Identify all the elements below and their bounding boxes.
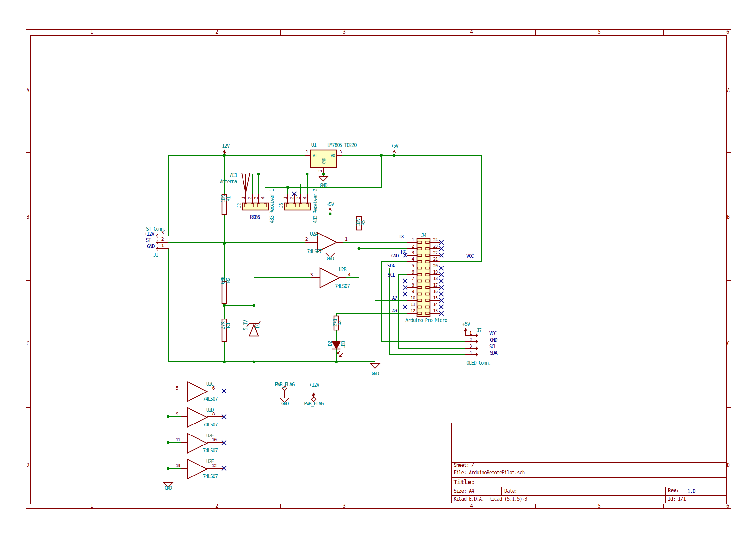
field-label-74ls07[interactable]: 74LS07 xyxy=(307,249,321,254)
field-label-433receiver2[interactable]: 433 Receiver 2 xyxy=(313,189,318,223)
component-body-J4[interactable] xyxy=(417,239,430,317)
field-label-gnd[interactable]: GND xyxy=(371,371,379,376)
field-label-+12v[interactable]: +12V xyxy=(309,383,319,388)
field-label-j7[interactable]: J7 xyxy=(476,328,481,333)
junction-dot xyxy=(329,213,332,216)
field-label-ae1[interactable]: AE1 xyxy=(230,173,237,178)
titleblock-app-version: KiCad E.D.A. kicad (5.1.5)-3 xyxy=(454,497,527,502)
field-label-gnd[interactable]: GND xyxy=(165,486,172,491)
field-label-+12v[interactable]: +12V xyxy=(220,144,229,149)
field-label-pwrflag[interactable]: PWR_FLAG xyxy=(275,383,294,387)
pin-number-j4-left: 9 xyxy=(412,289,414,294)
field-label-433receiver1[interactable]: 433 Receiver 1 xyxy=(270,189,275,223)
field-label-vi[interactable]: VI xyxy=(313,153,317,158)
field-label-10k[interactable]: 10K xyxy=(356,219,361,227)
sheet-border-line xyxy=(153,29,153,35)
field-label-d1[interactable]: D1 xyxy=(256,323,260,328)
net-label-vcc[interactable]: VCC xyxy=(489,331,497,336)
field-label-68k[interactable]: 68K xyxy=(221,277,226,284)
field-label-+5v[interactable]: +5V xyxy=(462,322,470,327)
pin-number-3: 3 xyxy=(254,197,258,199)
field-label-74ls07[interactable]: 74LS07 xyxy=(203,448,217,453)
net-label-scl[interactable]: SCL xyxy=(489,344,497,349)
field-label-+5v[interactable]: +5V xyxy=(327,202,334,207)
net-label-gnd[interactable]: GND xyxy=(490,338,497,343)
net-label-tx[interactable]: TX xyxy=(398,235,403,240)
field-label-51v[interactable]: 5.1V xyxy=(243,320,248,330)
field-label-r4[interactable]: R4 xyxy=(338,320,343,325)
field-label-74ls07[interactable]: 74LS07 xyxy=(203,422,217,427)
led-diode-D2[interactable] xyxy=(333,342,340,349)
net-label-rx[interactable]: RX xyxy=(401,250,405,255)
field-label-arduinopromicro[interactable]: Arduino Pro Micro xyxy=(405,318,447,323)
field-label-u1[interactable]: U1 xyxy=(311,143,316,148)
field-label-gnd[interactable]: GND xyxy=(281,401,289,406)
sheet-border-line xyxy=(26,407,30,408)
field-label-270[interactable]: 270 xyxy=(333,319,338,327)
pin-number-j4-left: 11 xyxy=(410,302,415,307)
field-label-j1[interactable]: J1 xyxy=(153,253,158,258)
pin-number-j4-right: 17 xyxy=(433,283,438,287)
field-label-u2b[interactable]: U2B xyxy=(339,267,346,272)
field-label-r1[interactable]: R1 xyxy=(226,196,231,201)
net-label-gnd[interactable]: GND xyxy=(147,244,154,249)
gnd-symbol[interactable] xyxy=(370,364,380,368)
sheet-row-label: A xyxy=(727,88,729,93)
net-label-+12v[interactable]: +12V xyxy=(144,232,154,237)
net-label-sda[interactable]: SDA xyxy=(387,264,395,268)
sheet-border-line xyxy=(726,280,731,281)
field-label-gnd[interactable]: GND xyxy=(320,184,327,188)
field-label-j2[interactable]: J2 xyxy=(237,203,242,208)
field-label-gnd[interactable]: GND xyxy=(322,158,326,165)
pin-number-j4-left: 12 xyxy=(410,309,415,313)
field-label-10k[interactable]: 10K xyxy=(221,195,226,203)
field-label-antenna[interactable]: Antenna xyxy=(220,179,237,184)
field-label-u2a[interactable]: U2A xyxy=(310,232,317,237)
sheet-border-line xyxy=(26,280,30,281)
field-label-gnd[interactable]: GND xyxy=(327,257,334,261)
sheet-column-label: 4 xyxy=(470,29,473,35)
component-body-J2[interactable] xyxy=(243,203,268,210)
field-label-74ls07[interactable]: 74LS07 xyxy=(203,397,217,401)
field-label-74ls07[interactable]: 74LS07 xyxy=(203,474,217,479)
junction-dot xyxy=(358,247,361,250)
net-label-st[interactable]: ST xyxy=(146,238,151,243)
field-label-lm7805to220[interactable]: LM7805_TO220 xyxy=(327,143,356,148)
field-label-pwrflag[interactable]: PWR_FLAG xyxy=(304,401,323,406)
field-label-j6[interactable]: J6 xyxy=(279,203,284,208)
sheet-border-line xyxy=(535,29,536,35)
antenna-symbol[interactable] xyxy=(246,174,250,193)
pin-number-7: 7 xyxy=(321,247,323,252)
sheet-column-label: 2 xyxy=(215,503,218,509)
antenna-symbol[interactable] xyxy=(242,174,246,193)
net-label-scl[interactable]: SCL xyxy=(388,273,395,277)
field-label-+5v[interactable]: +5V xyxy=(391,144,398,149)
field-label-r5[interactable]: R5 xyxy=(361,220,366,225)
net-label-a7[interactable]: A7 xyxy=(392,296,397,301)
pin-number-3: 3 xyxy=(310,272,313,277)
net-label-a9[interactable]: A9 xyxy=(392,309,397,313)
pin-number-3: 3 xyxy=(339,150,342,154)
sheet-border-line xyxy=(451,422,452,503)
field-label-vo[interactable]: VO xyxy=(331,153,335,158)
field-label-d2[interactable]: D2 xyxy=(328,341,333,346)
component-body-J6[interactable] xyxy=(284,203,310,210)
pin-number-1: 1 xyxy=(306,150,308,154)
pin-number-4: 4 xyxy=(348,272,350,277)
field-label-r2[interactable]: R2 xyxy=(226,278,231,283)
gnd-symbol[interactable] xyxy=(319,176,328,181)
sheet-column-label: 3 xyxy=(343,503,345,509)
net-label-sda[interactable]: SDA xyxy=(490,351,497,356)
field-label-27k[interactable]: 27K xyxy=(221,322,226,329)
net-label-gnd[interactable]: GND xyxy=(391,254,399,258)
field-label-r3[interactable]: R3 xyxy=(226,323,231,328)
field-label-j4[interactable]: J4 xyxy=(421,233,426,238)
field-label-oledconn[interactable]: OLED Conn. xyxy=(466,361,491,366)
field-label-led[interactable]: LED xyxy=(341,342,346,349)
sheet-border-line xyxy=(663,504,663,508)
pin-number-j4-left: 8 xyxy=(412,283,414,287)
net-label-vcc[interactable]: VCC xyxy=(466,254,474,259)
field-label-74ls07[interactable]: 74LS07 xyxy=(335,284,349,289)
net-label-rxb6[interactable]: RXB6 xyxy=(250,215,260,220)
resistor-R2[interactable] xyxy=(222,281,227,303)
